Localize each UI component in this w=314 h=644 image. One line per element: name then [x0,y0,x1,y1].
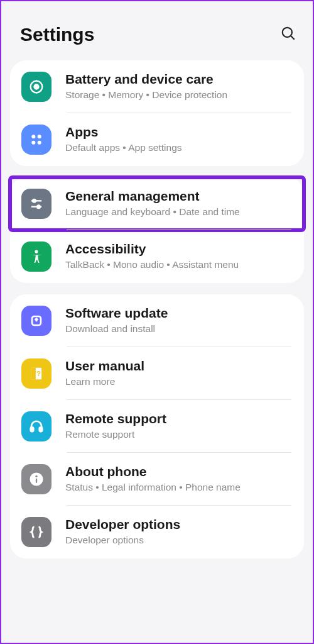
settings-item-apps[interactable]: Apps Default apps • App settings [10,113,304,166]
page-title: Settings [20,24,94,45]
svg-point-12 [35,250,38,253]
headset-icon [21,411,51,441]
svg-point-4 [31,135,35,138]
settings-item-text: About phone Status • Legal information •… [65,464,293,494]
settings-item-battery[interactable]: Battery and device care Storage • Memory… [10,60,304,113]
settings-item-text: Developer options Developer options [65,517,293,547]
svg-point-0 [283,28,292,37]
settings-item-sub: Storage • Memory • Device protection [65,89,293,101]
settings-group: Battery and device care Storage • Memory… [10,60,304,166]
settings-item-text: User manual Learn more [65,358,293,388]
settings-group: Software update Download and install ? U… [10,294,304,558]
settings-item-text: General management Language and keyboard… [65,189,293,218]
settings-item-title: Developer options [65,517,293,532]
svg-rect-21 [36,479,37,483]
settings-item-title: Software update [65,306,293,321]
info-icon [21,464,51,494]
svg-point-9 [33,199,36,203]
manual-icon: ? [21,358,51,389]
settings-item-title: Remote support [65,411,293,426]
svg-point-20 [35,475,37,477]
settings-item-sub: TalkBack • Mono audio • Assistant menu [65,258,293,271]
settings-item-sub: Learn more [65,375,293,388]
settings-item-title: Apps [65,125,293,140]
settings-item-text: Apps Default apps • App settings [65,125,293,154]
svg-point-5 [38,135,41,138]
search-icon [280,33,296,43]
settings-item-title: Accessibility [65,242,293,257]
settings-item-sub: Developer options [65,534,293,547]
settings-item-about-phone[interactable]: About phone Status • Legal information •… [10,453,304,506]
sliders-icon [21,189,51,219]
settings-item-title: General management [65,189,293,204]
settings-item-sub: Remote support [65,428,293,441]
accessibility-icon [21,242,51,272]
settings-item-title: About phone [65,464,293,479]
svg-line-1 [291,36,295,40]
svg-rect-15 [31,368,36,380]
settings-item-sub: Download and install [65,323,293,335]
settings-group: General management Language and keyboard… [10,177,304,283]
settings-item-text: Battery and device care Storage • Memory… [65,72,293,101]
svg-point-6 [31,141,35,145]
settings-item-sub: Status • Legal information • Phone name [65,481,293,494]
svg-rect-18 [40,427,43,431]
settings-item-sub: Language and keyboard • Date and time [65,206,293,218]
settings-screen: Settings Battery and device care Storage… [1,1,313,558]
svg-point-11 [37,205,40,208]
settings-item-user-manual[interactable]: ? User manual Learn more [10,347,304,400]
settings-item-developer-options[interactable]: Developer options Developer options [10,506,304,558]
apps-icon [21,125,51,155]
code-braces-icon [21,517,51,547]
settings-item-general-management[interactable]: General management Language and keyboard… [10,177,304,230]
settings-item-title: User manual [65,358,293,374]
battery-care-icon [21,72,51,102]
svg-rect-17 [31,427,34,431]
update-icon [21,306,51,336]
settings-item-remote-support[interactable]: Remote support Remote support [10,400,304,453]
header: Settings [10,9,304,60]
settings-item-text: Accessibility TalkBack • Mono audio • As… [65,242,293,271]
settings-item-title: Battery and device care [65,72,293,87]
settings-item-text: Remote support Remote support [65,411,293,441]
svg-text:?: ? [36,369,41,377]
settings-item-accessibility[interactable]: Accessibility TalkBack • Mono audio • As… [10,230,304,283]
svg-point-7 [38,141,41,145]
settings-item-text: Software update Download and install [65,306,293,335]
search-button[interactable] [280,25,296,44]
svg-point-3 [35,85,39,89]
settings-item-software-update[interactable]: Software update Download and install [10,294,304,347]
settings-item-sub: Default apps • App settings [65,142,293,154]
